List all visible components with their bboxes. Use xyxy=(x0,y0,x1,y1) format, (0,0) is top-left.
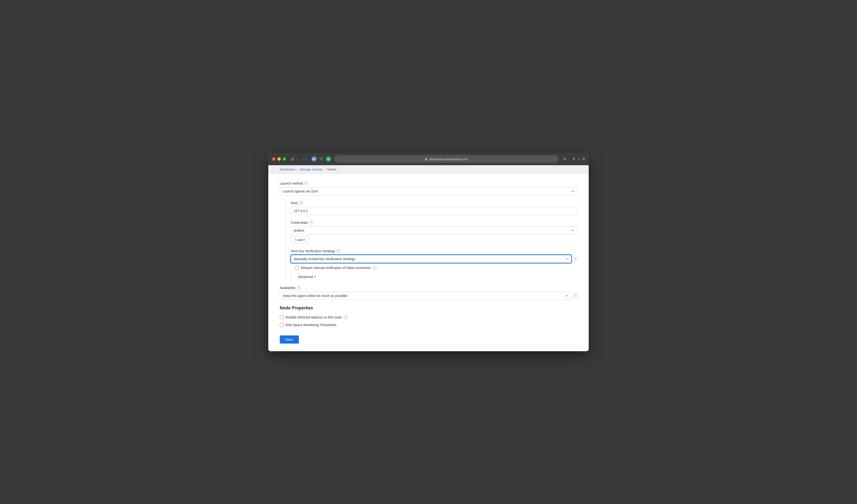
availability-row: Keep this agent online as much as possib… xyxy=(280,292,577,300)
availability-select[interactable]: Keep this agent online as much as possib… xyxy=(280,292,571,300)
node-properties-title: Node Properties xyxy=(280,305,577,310)
browser-window: ⊞ ⌄ ‹ › B+ 🛡 G 🔒 devsecops.tuturulianda.… xyxy=(268,153,589,351)
url-text: devsecops.tuturulianda.com xyxy=(430,157,468,161)
extension-shield-icon[interactable]: 🛡 xyxy=(319,156,324,162)
lock-icon: 🔒 xyxy=(424,157,428,161)
minimize-button[interactable] xyxy=(278,157,281,161)
breadcrumb-manage-jenkins[interactable]: Manage Jenkins xyxy=(300,168,323,171)
tab-controls: ⊞ ⌄ xyxy=(291,157,299,162)
credentials-group: Credentials ? jenkins + Add ▾ xyxy=(291,221,577,243)
host-key-verification-extra-help-icon[interactable]: ? xyxy=(573,257,577,261)
host-group: Host ? xyxy=(291,201,577,215)
breadcrumb-nodes: Nodes xyxy=(327,168,336,171)
host-key-verification-row: Manually trusted key Verification Strate… xyxy=(291,255,577,263)
host-key-verification-group: Host Key Verification Strategy ? Manuall… xyxy=(291,249,577,280)
availability-help-icon[interactable]: ? xyxy=(297,286,301,290)
credentials-label: Credentials ? xyxy=(291,221,577,224)
reload-icon[interactable]: ↻ xyxy=(564,157,567,162)
node-properties-group: Node Properties Disable deferred wipeout… xyxy=(280,305,577,327)
tabs-icon[interactable]: ⧉ xyxy=(582,157,585,161)
main-content: Launch method ? Launch agents via SSH Ho… xyxy=(268,174,589,351)
extension-b-icon[interactable]: B+ xyxy=(312,156,317,162)
launch-method-help-icon[interactable]: ? xyxy=(304,182,308,185)
availability-group: Availability ? Keep this agent online as… xyxy=(280,286,577,300)
disk-space-monitoring-checkbox[interactable] xyxy=(280,323,284,327)
breadcrumb-sep-1: › xyxy=(297,168,298,171)
forward-arrow-icon[interactable]: › xyxy=(305,157,306,161)
host-key-verification-select[interactable]: Manually trusted key Verification Strate… xyxy=(291,255,571,263)
advanced-button[interactable]: Advanced ▾ xyxy=(295,273,319,280)
require-manual-verification-checkbox[interactable] xyxy=(295,266,299,270)
disable-deferred-wipeout-item: Disable deferred wipeout on this node ? xyxy=(280,315,577,319)
launch-method-label: Launch method ? xyxy=(280,182,577,185)
share-icon[interactable]: ⬆ xyxy=(572,157,575,162)
disable-deferred-wipeout-help-icon[interactable]: ? xyxy=(343,315,348,319)
traffic-lights xyxy=(272,157,286,161)
host-input[interactable] xyxy=(291,207,577,215)
extension-g-icon[interactable]: G xyxy=(326,156,331,162)
availability-extra-help-icon[interactable]: ? xyxy=(573,294,577,298)
advanced-chevron-icon: ▾ xyxy=(314,275,316,279)
breadcrumb: Dashboard › Manage Jenkins › Nodes › xyxy=(268,165,589,174)
breadcrumb-dashboard[interactable]: Dashboard xyxy=(280,168,295,171)
disk-space-monitoring-label: Disk Space Monitoring Thresholds xyxy=(286,323,336,327)
host-label: Host ? xyxy=(291,201,577,205)
host-key-verification-help-icon[interactable]: ? xyxy=(336,249,340,253)
toolbar-right: ⬆ + ⧉ xyxy=(572,157,585,162)
launch-method-group: Launch method ? Launch agents via SSH xyxy=(280,182,577,195)
new-tab-icon[interactable]: + xyxy=(578,157,580,161)
breadcrumb-sep-2: › xyxy=(324,168,325,171)
tab-chevron-icon: ⌄ xyxy=(295,157,299,162)
launch-method-select[interactable]: Launch agents via SSH xyxy=(280,187,577,195)
breadcrumb-sep-3: › xyxy=(338,168,339,171)
credentials-help-icon[interactable]: ? xyxy=(309,221,313,224)
host-help-icon[interactable]: ? xyxy=(299,201,303,205)
tab-grid-icon: ⊞ xyxy=(291,157,294,162)
save-button[interactable]: Save xyxy=(280,335,299,343)
nav-arrows: ‹ › xyxy=(303,157,307,161)
back-arrow-icon[interactable]: ‹ xyxy=(303,157,304,161)
require-manual-verification-help-icon[interactable]: ? xyxy=(373,266,376,270)
require-manual-verification-item: Require manual verification of initial c… xyxy=(295,266,577,270)
host-key-verification-label: Host Key Verification Strategy ? xyxy=(291,249,577,253)
address-bar[interactable]: 🔒 devsecops.tuturulianda.com xyxy=(334,155,558,163)
maximize-button[interactable] xyxy=(283,157,286,161)
add-credentials-label: + Add ▾ xyxy=(295,238,305,242)
require-manual-verification-label: Require manual verification of initial c… xyxy=(301,266,371,270)
credentials-select[interactable]: jenkins xyxy=(291,226,577,235)
title-bar: ⊞ ⌄ ‹ › B+ 🛡 G 🔒 devsecops.tuturulianda.… xyxy=(268,153,589,165)
advanced-label: Advanced xyxy=(298,275,313,279)
disk-space-monitoring-item: Disk Space Monitoring Thresholds xyxy=(280,323,577,327)
disable-deferred-wipeout-label: Disable deferred wipeout on this node xyxy=(286,315,342,319)
availability-label: Availability ? xyxy=(280,286,577,290)
disable-deferred-wipeout-checkbox[interactable] xyxy=(280,315,284,319)
browser-extensions: B+ 🛡 G xyxy=(312,156,331,162)
add-credentials-button[interactable]: + Add ▾ xyxy=(291,236,308,243)
close-button[interactable] xyxy=(272,157,275,161)
